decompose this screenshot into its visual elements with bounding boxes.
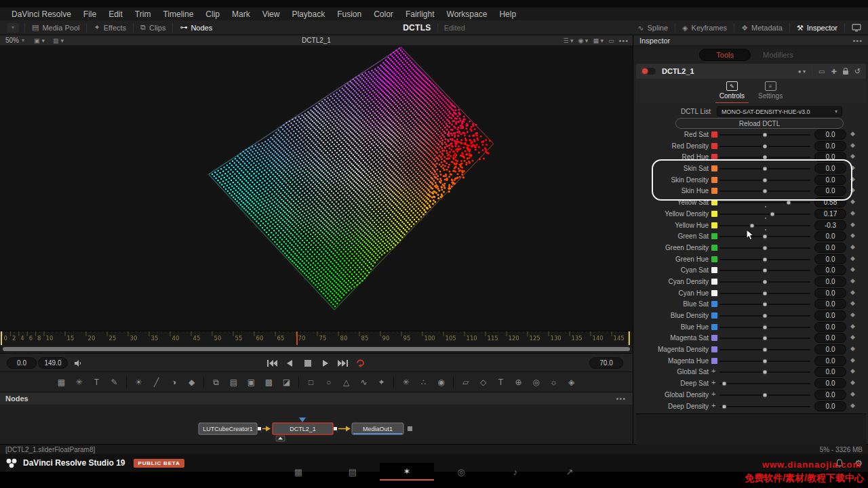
param-slider[interactable] (719, 349, 810, 350)
param-value-field[interactable]: 0.0 (814, 231, 846, 241)
param-value-field[interactable]: 0.0 (814, 141, 846, 151)
inspector-button[interactable]: ⚒Inspector (790, 20, 844, 35)
param-value-field[interactable]: -0.3 (814, 220, 846, 230)
slider-handle[interactable] (763, 348, 768, 352)
scrollbar-thumb[interactable] (3, 347, 630, 351)
param-color-swatch[interactable] (711, 324, 717, 330)
keyframe-diamond-icon[interactable]: ◆ (850, 289, 855, 296)
menu-fairlight[interactable]: Fairlight (399, 9, 441, 19)
param-slider[interactable] (719, 134, 810, 136)
range-start-field[interactable]: 0.0 (7, 357, 37, 369)
keyframe-diamond-icon[interactable]: ◆ (850, 367, 855, 374)
ellipse-mask-tool-icon[interactable]: ○ (323, 377, 334, 388)
keyframe-diamond-icon[interactable]: ◆ (850, 323, 855, 329)
menu-help[interactable]: Help (493, 9, 522, 19)
param-slider[interactable] (719, 180, 810, 181)
timeline-ruler[interactable] (0, 331, 633, 346)
param-slider[interactable] (719, 371, 810, 373)
param-slider[interactable] (719, 281, 810, 283)
keyframe-diamond-icon[interactable]: ◆ (850, 402, 855, 409)
slider-handle[interactable] (750, 223, 755, 228)
param-value-field[interactable]: 0.0 (814, 344, 846, 354)
play-reverse-button[interactable] (285, 359, 296, 368)
param-slider[interactable] (719, 304, 810, 305)
param-color-swatch[interactable] (711, 165, 717, 171)
slider-handle[interactable] (763, 144, 768, 148)
magic-mask-tool-icon[interactable]: ✦ (376, 377, 387, 388)
effects-button[interactable]: ✦Effects (87, 20, 133, 35)
param-slider[interactable] (719, 225, 810, 226)
param-expand-icon[interactable]: + (711, 401, 715, 409)
param-slider[interactable] (719, 202, 810, 203)
param-slider[interactable] (719, 361, 810, 362)
background-tool-icon[interactable]: ▦ (56, 377, 67, 388)
menu-view[interactable]: View (256, 9, 286, 19)
keyframe-diamond-icon[interactable]: ◆ (850, 311, 855, 318)
menu-fusion[interactable]: Fusion (331, 9, 368, 19)
p-emitter-tool-icon[interactable]: ✳ (400, 377, 412, 388)
param-slider[interactable] (719, 259, 810, 260)
param-value-field[interactable]: 0.58 (814, 197, 846, 207)
matte-control-tool-icon[interactable]: ▣ (245, 377, 257, 388)
param-value-field[interactable]: 0.0 (814, 175, 846, 185)
keyframe-diamond-icon[interactable]: ◆ (850, 209, 855, 216)
param-color-swatch[interactable] (711, 312, 717, 319)
slider-handle[interactable] (763, 268, 768, 273)
keyframe-diamond-icon[interactable]: ◆ (850, 176, 855, 182)
slider-handle[interactable] (763, 392, 768, 397)
param-slider[interactable] (719, 338, 810, 339)
go-to-start-button[interactable] (267, 359, 278, 368)
param-value-field[interactable]: 0.0 (814, 243, 846, 253)
menu-clip[interactable]: Clip (199, 9, 226, 19)
keyframe-diamond-icon[interactable]: ◆ (850, 164, 855, 171)
keyframe-diamond-icon[interactable]: ◆ (850, 130, 855, 137)
keyframe-diamond-icon[interactable]: ◆ (850, 266, 855, 272)
menu-trim[interactable]: Trim (129, 9, 157, 19)
page-fusion[interactable]: ✶ (380, 463, 434, 481)
slider-handle[interactable] (763, 235, 768, 239)
keyframe-diamond-icon[interactable]: ◆ (850, 390, 855, 397)
keyframe-diamond-icon[interactable]: ◆ (850, 186, 855, 193)
param-value-field[interactable]: 0.0 (814, 129, 846, 140)
keyframe-diamond-icon[interactable]: ◆ (850, 198, 855, 205)
param-expand-icon[interactable]: + (711, 367, 715, 375)
mediaout-port-square[interactable] (408, 426, 412, 431)
slider-handle[interactable] (763, 257, 768, 262)
page-deliver[interactable]: ↗ (542, 463, 597, 481)
p-render-tool-icon[interactable]: ◉ (435, 377, 447, 388)
param-color-swatch[interactable] (711, 177, 717, 183)
clean-feed-button[interactable] (845, 20, 868, 35)
keyframe-diamond-icon[interactable]: ◆ (850, 152, 855, 159)
param-color-swatch[interactable] (711, 154, 717, 160)
loop-button[interactable] (355, 359, 366, 368)
keyframe-diamond-icon[interactable]: ◆ (850, 357, 855, 363)
light-3d-tool-icon[interactable]: ☼ (548, 377, 559, 388)
param-slider[interactable] (719, 383, 810, 384)
lut-point-cloud-viewport[interactable] (0, 46, 633, 331)
keyframe-diamond-icon[interactable]: ◆ (850, 243, 855, 250)
slider-handle[interactable] (786, 201, 791, 205)
param-slider[interactable] (719, 146, 810, 147)
param-color-swatch[interactable] (711, 301, 717, 307)
node-output-square[interactable] (334, 427, 337, 430)
param-value-field[interactable]: 0.0 (814, 277, 846, 287)
param-color-swatch[interactable] (711, 279, 717, 285)
nodes-button[interactable]: ⊶Nodes (173, 20, 219, 35)
slider-handle[interactable] (763, 189, 768, 194)
tab-modifiers[interactable]: Modifiers (753, 49, 803, 60)
polygon-mask-tool-icon[interactable]: △ (340, 377, 352, 388)
param-expand-icon[interactable]: + (711, 390, 715, 398)
play-button[interactable] (320, 359, 331, 368)
display-option-dropdown[interactable]: ▥▾ (49, 37, 68, 44)
menu-timeline[interactable]: Timeline (157, 9, 199, 19)
param-value-field[interactable]: 0.0 (814, 163, 846, 174)
bspline-mask-tool-icon[interactable]: ∿ (358, 377, 370, 388)
menu-workspace[interactable]: Workspace (441, 9, 494, 19)
spline-button[interactable]: ∿Spline (631, 20, 675, 35)
slider-handle[interactable] (722, 382, 726, 386)
image-plane-3d-tool-icon[interactable]: ▱ (460, 377, 471, 388)
slider-handle[interactable] (770, 211, 774, 216)
expand-viewer-icon[interactable]: ▭ (608, 37, 614, 44)
node-mediaout1[interactable]: MediaOut1 (352, 423, 403, 434)
delta-keyer-tool-icon[interactable]: ◪ (281, 377, 292, 388)
